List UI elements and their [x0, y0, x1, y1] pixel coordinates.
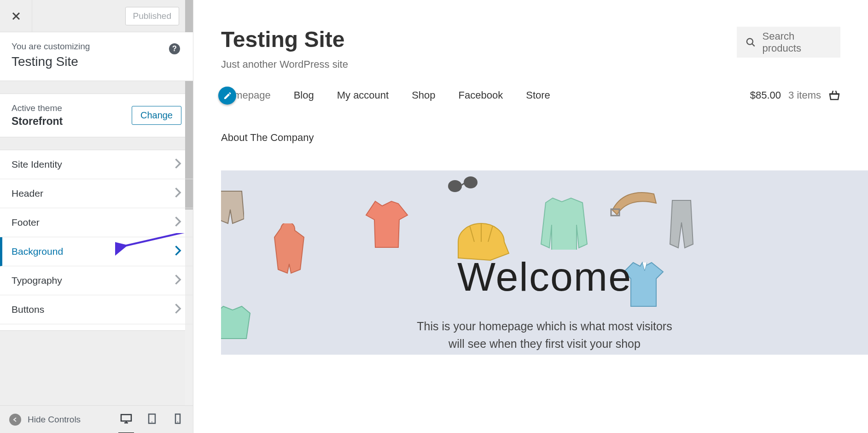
search-input[interactable]: Search products [737, 27, 840, 58]
preview-pane: Testing Site Just another WordPress site… [193, 0, 868, 433]
spacer [0, 81, 193, 94]
hide-controls-button[interactable]: Hide Controls [9, 414, 81, 426]
chevron-right-icon [175, 216, 181, 229]
svg-rect-0 [121, 415, 131, 421]
svg-point-6 [747, 38, 753, 44]
nav-link-blog[interactable]: Blog [294, 89, 314, 101]
menu-item-background[interactable]: Background [0, 237, 193, 266]
hero-subtitle-line1: This is your homepage which is what most… [417, 320, 672, 333]
active-theme-row: Active theme Storefront Change [0, 94, 193, 137]
chevron-right-icon [175, 246, 181, 258]
device-desktop-button[interactable] [120, 413, 132, 427]
menu-item-label: Typography [12, 275, 62, 286]
hero-subtitle: This is your homepage which is what most… [221, 318, 868, 352]
customizer-header: Published [0, 0, 193, 32]
pencil-icon [223, 92, 232, 100]
youare-label: You are customizing [12, 41, 181, 52]
cart-link[interactable]: $85.00 3 items [750, 89, 840, 101]
active-theme-label: Active theme [12, 103, 63, 113]
customizer-site-name: Testing Site [12, 54, 181, 69]
desktop-icon [120, 413, 132, 425]
menu-item-label: Footer [12, 217, 40, 228]
menu-item-site-identity[interactable]: Site Identity [0, 150, 193, 179]
collapse-icon [9, 414, 21, 426]
customizer-sidebar: Published You are customizing Testing Si… [0, 0, 193, 433]
device-tablet-button[interactable] [146, 413, 158, 427]
hide-controls-label: Hide Controls [28, 415, 81, 425]
customizer-footer: Hide Controls [0, 405, 193, 433]
svg-point-8 [464, 176, 478, 188]
chevron-right-icon [175, 275, 181, 287]
customizer-menu: Site Identity Header Footer Background T… [0, 150, 193, 331]
preview-header: Testing Site Just another WordPress site… [221, 0, 868, 70]
nav-link-shop[interactable]: Shop [412, 89, 435, 101]
cart-items-count: 3 items [788, 89, 821, 101]
menu-item-buttons[interactable]: Buttons [0, 295, 193, 324]
mobile-icon [172, 413, 184, 425]
close-button[interactable] [0, 0, 32, 32]
svg-point-4 [177, 421, 178, 422]
published-button[interactable]: Published [125, 7, 179, 25]
site-tagline: Just another WordPress site [221, 59, 348, 70]
about-heading: About The Company [221, 120, 868, 170]
menu-item-typography[interactable]: Typography [0, 266, 193, 295]
chevron-right-icon [175, 304, 181, 316]
device-buttons [120, 413, 184, 427]
chevron-right-icon [175, 158, 181, 171]
primary-nav: Homepage Blog My account Shop Facebook S… [221, 70, 868, 120]
cart-total: $85.00 [750, 89, 781, 101]
close-icon [12, 12, 21, 21]
belt-illustration [610, 187, 658, 222]
trousers-illustration [668, 198, 695, 249]
menu-gap [0, 324, 193, 331]
basket-icon [828, 90, 840, 101]
menu-item-footer[interactable]: Footer [0, 208, 193, 237]
nav-link-facebook[interactable]: Facebook [459, 89, 503, 101]
site-title[interactable]: Testing Site [221, 27, 348, 52]
tablet-icon [146, 413, 158, 425]
device-mobile-button[interactable] [172, 413, 184, 427]
edit-shortcut-button[interactable] [218, 87, 236, 105]
svg-point-7 [448, 180, 462, 192]
theme-name: Storefront [12, 115, 63, 128]
shorts-illustration [221, 189, 244, 226]
sunglasses-illustration [447, 172, 479, 198]
search-placeholder: Search products [763, 30, 831, 54]
hero-section: Welcome This is your homepage which is w… [221, 170, 868, 355]
hero-title: Welcome [221, 253, 868, 300]
nav-link-store[interactable]: Store [526, 89, 550, 101]
tshirt-illustration [364, 199, 410, 250]
menu-item-label: Background [12, 246, 63, 257]
menu-item-label: Buttons [12, 304, 44, 315]
change-theme-button[interactable]: Change [132, 106, 181, 125]
menu-item-header[interactable]: Header [0, 179, 193, 208]
menu-item-label: Site Identity [12, 159, 62, 170]
spacer [0, 137, 193, 150]
longsleeve-illustration [539, 194, 589, 250]
search-icon [746, 37, 756, 47]
menu-item-label: Header [12, 188, 43, 199]
customizer-title-section: You are customizing Testing Site ? [0, 32, 193, 81]
svg-point-2 [151, 421, 152, 422]
nav-link-myaccount[interactable]: My account [337, 89, 389, 101]
help-icon[interactable]: ? [169, 43, 180, 54]
chevron-right-icon [175, 187, 181, 200]
hero-subtitle-line2: will see when they first visit your shop [449, 337, 641, 350]
